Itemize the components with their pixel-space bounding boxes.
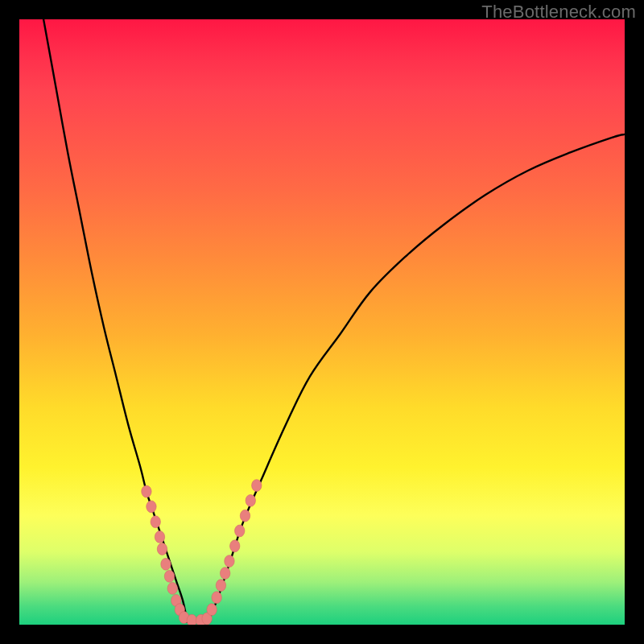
data-marker xyxy=(240,510,250,522)
chart-frame: TheBottleneck.com xyxy=(0,0,644,644)
data-marker xyxy=(252,480,262,492)
data-marker xyxy=(246,494,255,506)
marker-cluster xyxy=(142,480,262,625)
data-marker xyxy=(187,614,196,625)
bottleneck-curve-path xyxy=(43,19,625,622)
data-marker xyxy=(207,604,217,616)
data-marker xyxy=(225,555,234,568)
data-marker xyxy=(147,501,156,513)
data-marker xyxy=(161,558,171,570)
data-marker xyxy=(164,570,174,582)
plot-area xyxy=(19,19,625,625)
watermark-text: TheBottleneck.com xyxy=(481,2,636,23)
data-marker xyxy=(235,525,245,537)
data-marker xyxy=(220,568,229,580)
data-marker xyxy=(157,543,167,555)
data-marker xyxy=(212,592,221,604)
data-marker xyxy=(155,531,164,543)
bottleneck-curve xyxy=(43,19,625,622)
data-marker xyxy=(216,580,225,592)
data-marker xyxy=(167,582,177,594)
data-marker xyxy=(230,540,240,552)
data-marker xyxy=(142,485,151,497)
curve-layer xyxy=(19,19,625,625)
data-marker xyxy=(151,516,160,528)
